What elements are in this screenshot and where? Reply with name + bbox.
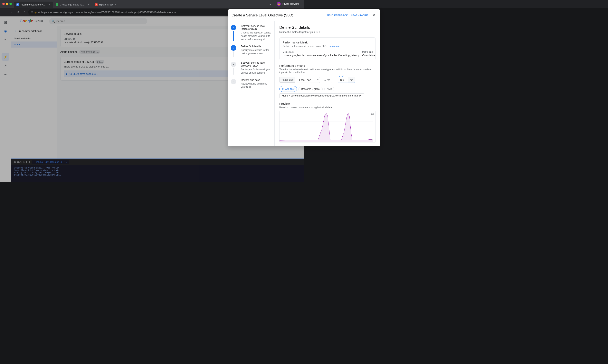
preview-subtitle: Based on current parameters, using histo… [279,106,304,109]
private-browsing-indicator: 🕵 Private browsing [274,2,302,6]
tab-1[interactable]: M recommendationservice – Moni… ✕ [14,1,53,8]
svg-marker-2 [280,113,304,142]
step-2-desc: Specify more details for the metric you'… [241,49,271,55]
define-sli-heading: Define SLI details [279,25,304,30]
tab-list-button[interactable]: ⌄ [267,1,273,7]
step-3-content: Set your service-level objective (SLO) S… [241,61,271,75]
dialog-header: Create a Service Level Objective (SLO) S… [228,9,304,21]
tab-close-3[interactable]: ✕ [114,3,117,6]
dialog-main: Define SLI details Refine the metric tar… [275,21,304,146]
step-2-connector [233,52,234,57]
step-4-indicator: 4 [231,79,236,84]
step-4[interactable]: 4 Review and save Review details and nam… [231,78,271,89]
step-1-content: Set your service-level indicator (SLI) C… [241,25,271,41]
step-1-title: Set your service-level indicator (SLI) [241,25,271,30]
step-4-desc: Review details and name your SLO [241,82,271,89]
metric-name-value: custom.googleapis.com/opencensus/grpc.io… [283,54,304,57]
tab-close-2[interactable]: ✕ [87,3,90,6]
filter-chip-resource: Resource = global [298,87,304,91]
perf-filter-section: Performance metric To refine the selecte… [279,64,304,98]
range-type-select-wrapper[interactable]: Less Than Greater Than Between ▾ [297,77,304,83]
step-2-title: Define SLI details [241,45,271,48]
step-4-title: Review and save [241,78,271,81]
chart-container: 10s 5s [279,111,304,143]
add-filter-icon: ⊕ [282,87,284,91]
add-filter-button[interactable]: ⊕ Add filter [279,86,297,92]
new-tab-button[interactable]: + [119,2,125,8]
step-3-connector [233,68,234,75]
add-filter-label: Add filter [285,88,294,91]
step-3-title: Set your service-level objective (SLO) [241,61,271,67]
tab-favicon-3: H [95,3,97,6]
traffic-lights [2,3,12,5]
tab-favicon-2: L [56,3,58,6]
step-1-connector [233,31,234,41]
step-3-desc: Set targets for how well your service sh… [241,68,271,75]
step-2-content: Define SLI details Specify more details … [241,45,271,57]
step-4-content: Review and save Review details and name … [241,78,271,89]
perf-filter-title: Performance metric [279,64,304,67]
step-1-indicator: ✓ [231,25,236,30]
dialog-body: ✓ Set your service-level indicator (SLI)… [228,21,304,146]
title-bar: M recommendationservice – Moni… ✕ L Crea… [0,0,304,8]
preview-chart [280,111,304,142]
modal-overlay: Create a Service Level Objective (SLO) S… [0,8,304,182]
step-1[interactable]: ✓ Set your service-level indicator (SLI)… [231,25,271,41]
tab-title-2: Create logs metric next steps – [60,3,86,6]
metric-row: Metric name custom.googleapis.com/opence… [283,51,304,57]
range-type-row: Range type Less Than Greater Than Betwee… [279,77,304,83]
steps-sidebar: ✓ Set your service-level indicator (SLI)… [228,21,275,146]
private-browsing-icon: 🕵 [277,2,281,6]
range-type-select[interactable]: Less Than Greater Than Between [297,77,304,83]
metric-name-info: Metric name custom.googleapis.com/opence… [283,51,304,57]
perf-metric-title: Performance Metric [283,41,304,44]
tab-title-3: Hipster Shop [99,3,113,6]
perf-metric-subtitle: Certain metrics cannot be used in an SLO… [283,45,304,48]
filter-chips-row: ⊕ Add filter Resource = global AND Metri… [279,86,304,98]
tab-3[interactable]: H Hipster Shop ✕ [93,1,119,8]
preview-title: Preview [279,102,304,105]
step-2-indicator: 2 [231,45,236,51]
preview-section: Preview Based on current parameters, usi… [279,102,304,143]
private-browsing-label: Private browsing [282,2,299,5]
tabs-bar: M recommendationservice – Moni… ✕ L Crea… [13,0,266,8]
close-traffic-light[interactable] [2,3,5,5]
step-3[interactable]: 3 Set your service-level objective (SLO)… [231,61,271,75]
range-type-label: Range type [279,77,295,83]
filter-chip-metric: Metric = custom.googleapis.com/opencensu… [279,93,304,98]
tab-favicon-1: M [16,3,19,6]
step-3-indicator: 3 [231,62,236,67]
maximize-traffic-light[interactable] [9,3,12,5]
tab-close-1[interactable]: ✕ [48,3,51,6]
tab-title-1: recommendationservice – Moni… [21,3,47,6]
tab-2[interactable]: L Create logs metric next steps – ✕ [53,1,93,8]
define-sli-subtext: Refine the metric target for your SLI. [279,30,304,33]
perf-filter-subtitle: To refine the selected metric, add a res… [279,68,304,74]
slo-dialog: Create a Service Level Objective (SLO) S… [228,9,304,146]
metric-name-label: Metric name [283,51,304,53]
performance-metric-box: Performance Metric Certain metrics canno… [279,37,304,60]
minimize-traffic-light[interactable] [6,3,8,5]
dialog-title: Create a Service Level Objective (SLO) [231,13,293,17]
step-1-desc: Choose the aspect of service health for … [241,31,271,41]
step-2[interactable]: 2 Define SLI details Specify more detail… [231,45,271,57]
